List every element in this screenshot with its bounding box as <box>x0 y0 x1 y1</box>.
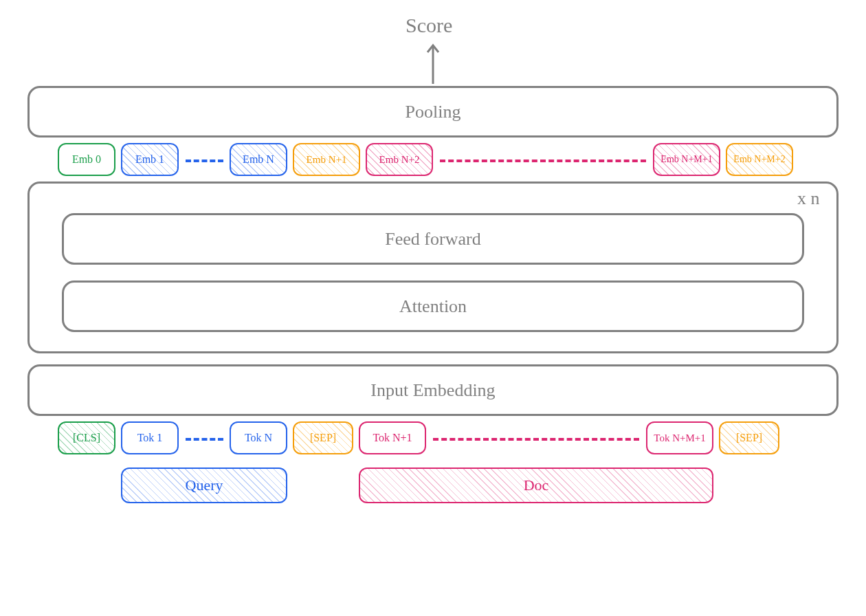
emb-n: Emb N <box>230 143 287 176</box>
emb-1: Emb 1 <box>121 143 179 176</box>
dots-emb-red <box>440 160 646 162</box>
feed-forward-block: Feed forward <box>62 213 804 265</box>
tok-n1: Tok N+1 <box>359 421 426 454</box>
pooling-label: Pooling <box>406 102 461 122</box>
feed-forward-label: Feed forward <box>385 229 480 250</box>
tok-sep1: [SEP] <box>293 421 353 454</box>
tok-sep2: [SEP] <box>719 421 779 454</box>
arrow-up-icon <box>426 40 440 87</box>
doc-text: Doc <box>524 476 549 494</box>
emb-nm1: Emb N+M+1 <box>653 143 720 176</box>
doc-label-box: Doc <box>359 468 713 503</box>
dots-tok-blue <box>186 438 223 441</box>
emb-n2: Emb N+2 <box>366 143 433 176</box>
query-label-box: Query <box>121 468 287 503</box>
input-embedding-block: Input Embedding <box>27 364 839 416</box>
emb-0: Emb 0 <box>58 143 115 176</box>
tok-nm1: Tok N+M+1 <box>646 421 713 454</box>
architecture-diagram: Score Pooling Emb 0 Emb 1 Emb N Emb N+1 … <box>21 21 845 595</box>
tok-cls: [CLS] <box>58 421 115 454</box>
emb-n1: Emb N+1 <box>293 143 360 176</box>
repeat-label: x n <box>797 188 820 209</box>
attention-label: Attention <box>399 296 467 317</box>
dots-emb-blue <box>186 160 223 162</box>
input-embedding-label: Input Embedding <box>370 380 495 401</box>
tok-n: Tok N <box>230 421 287 454</box>
tok-1: Tok 1 <box>121 421 179 454</box>
pooling-block: Pooling <box>27 86 839 138</box>
score-label: Score <box>406 14 452 37</box>
dots-tok-red <box>433 438 639 441</box>
emb-nm2: Emb N+M+2 <box>726 143 793 176</box>
attention-block: Attention <box>62 280 804 332</box>
query-text: Query <box>186 476 223 494</box>
